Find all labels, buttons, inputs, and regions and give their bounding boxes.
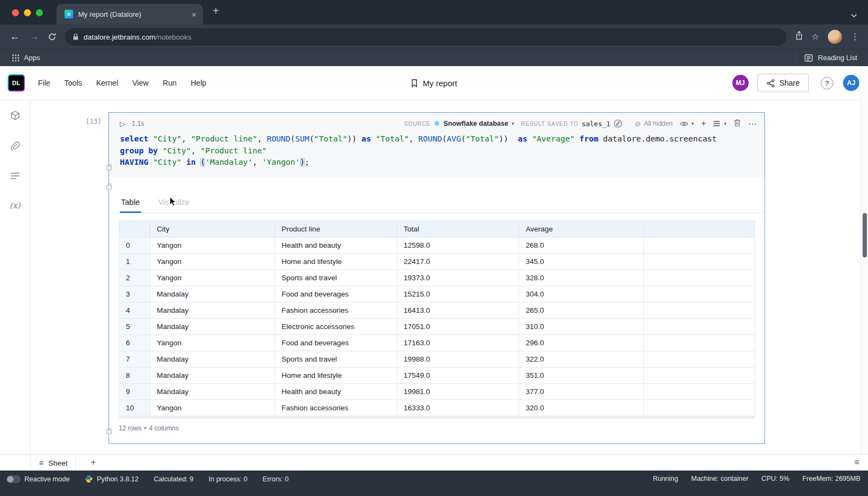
table-cell: 17051.0 — [397, 318, 519, 334]
table-row: 7MandalaySports and travel19988.0322.0 — [119, 351, 755, 367]
status-left: Reactive mode Python 3.8.12 Calculated: … — [7, 475, 289, 483]
table-cell: Mandalay — [150, 302, 275, 318]
menu-view[interactable]: View — [132, 79, 149, 87]
collaborator-avatar-mj[interactable]: MJ — [732, 75, 749, 91]
user-avatar-aj[interactable]: AJ — [843, 75, 859, 91]
sidebar-environment-icon[interactable] — [10, 110, 21, 123]
reading-list-icon — [805, 54, 813, 62]
share-button[interactable]: Share — [757, 74, 809, 92]
add-sheet-button[interactable]: + — [91, 457, 96, 468]
more-options-icon[interactable]: ⋯ — [748, 119, 757, 129]
url-path: /notebooks — [156, 33, 192, 41]
datalore-browser-window: D My report (Datalore) × + ← → datalore.… — [0, 0, 868, 496]
result-link-icon[interactable] — [614, 119, 622, 128]
notebook-title-text: My report — [423, 79, 457, 88]
table-cell: 1 — [119, 253, 150, 269]
sidebar-variables-icon[interactable]: (x) — [9, 201, 20, 210]
zoom-window-button[interactable] — [36, 9, 43, 16]
minimize-window-button[interactable] — [24, 9, 31, 16]
browser-nav-bar: ← → datalore.jetbrains.com/notebooks ☆ ⋮ — [0, 24, 868, 49]
table-cell: 310.0 — [519, 318, 644, 334]
table-horizontal-scrollbar[interactable] — [119, 416, 755, 419]
app-menu-bar: File Tools Kernel View Run Help — [38, 79, 206, 87]
share-page-icon[interactable] — [795, 31, 803, 42]
code-line[interactable]: group by "City", "Product line" — [120, 145, 759, 157]
tab-close-icon[interactable]: × — [192, 10, 196, 18]
toggle-icon[interactable] — [7, 475, 21, 483]
layers-icon — [713, 120, 720, 127]
kernel-selector[interactable]: Python 3.8.12 — [85, 475, 138, 483]
table-cell-empty — [644, 237, 755, 253]
browser-tab[interactable]: D My report (Datalore) × — [56, 4, 203, 24]
reading-list-button[interactable]: Reading List — [795, 54, 857, 62]
mouse-cursor — [168, 196, 177, 208]
visibility-dropdown[interactable]: ▾ — [680, 121, 694, 127]
url-bar[interactable]: datalore.jetbrains.com/notebooks — [65, 28, 787, 46]
table-row: 2YangonSports and travel19373.0328.0 — [119, 269, 755, 286]
code-line[interactable]: HAVING "City" in ('Mandalay', 'Yangon'); — [120, 157, 759, 169]
browser-menu-icon[interactable]: ⋮ — [851, 31, 859, 42]
back-button[interactable]: ← — [10, 31, 20, 42]
table-cell: Yangon — [150, 269, 275, 286]
table-cell: Mandalay — [150, 367, 275, 383]
browser-profile-avatar[interactable] — [828, 30, 842, 44]
apps-button[interactable]: Apps — [12, 54, 40, 62]
add-cell-icon[interactable]: + — [701, 119, 706, 128]
table-cell-empty — [644, 400, 755, 416]
tab-table[interactable]: Table — [120, 191, 141, 213]
delete-cell-icon[interactable] — [733, 119, 741, 129]
sidebar-attachments-icon[interactable] — [10, 141, 20, 154]
table-cell: 2 — [119, 269, 150, 286]
run-cell-icon[interactable]: ▷ — [120, 120, 125, 128]
reactive-mode-toggle[interactable]: Reactive mode — [7, 475, 69, 483]
python-icon — [85, 475, 93, 483]
cpu-status: CPU: 5% — [762, 475, 789, 482]
scrollbar-thumb[interactable] — [863, 213, 867, 257]
table-cell: 268.0 — [519, 237, 644, 253]
sheet-hamburger-icon: ≡ — [39, 459, 43, 467]
table-cell: Food and beverages — [275, 334, 397, 351]
status-right: Running Machine: container CPU: 5% FreeM… — [653, 475, 860, 482]
page-scrollbar[interactable] — [860, 66, 868, 454]
close-window-button[interactable] — [12, 9, 19, 16]
datalore-favicon-icon: D — [65, 10, 73, 18]
sheet-tab[interactable]: ≡ Sheet — [30, 455, 76, 471]
cell-boundary-lock-icon[interactable] — [106, 185, 112, 190]
eye-off-icon: ⊘ — [635, 120, 641, 128]
datalore-logo[interactable]: DL — [8, 74, 25, 92]
menu-kernel[interactable]: Kernel — [96, 79, 118, 87]
source-value: Snowflake database — [443, 120, 508, 127]
table-cell: 351.0 — [519, 367, 644, 383]
bookmark-star-icon[interactable]: ☆ — [812, 31, 819, 42]
cell-boundary-lock-icon[interactable] — [106, 165, 112, 170]
url-host: datalore.jetbrains.com — [84, 33, 156, 41]
table-cell: 15215.0 — [397, 286, 519, 302]
menu-file[interactable]: File — [38, 79, 50, 87]
visibility-status[interactable]: ⊘ All hidden — [635, 120, 673, 128]
snowflake-icon: ❄ — [434, 119, 441, 128]
cell-type-dropdown[interactable]: ▾ — [713, 120, 726, 127]
help-button[interactable]: ? — [821, 77, 833, 89]
table-cell: 7 — [119, 351, 150, 367]
source-selector[interactable]: SOURCE ❄ Snowflake database ▾ — [404, 119, 514, 128]
sidebar-toc-icon[interactable] — [10, 172, 20, 183]
table-cell: 12598.0 — [397, 237, 519, 253]
sql-code[interactable]: select "City", "Product line", ROUND(SUM… — [109, 131, 764, 169]
all-hidden-label: All hidden — [644, 120, 673, 127]
new-tab-button[interactable]: + — [213, 5, 219, 17]
code-line[interactable]: select "City", "Product line", ROUND(SUM… — [120, 133, 759, 145]
menu-help[interactable]: Help — [191, 79, 207, 87]
table-cell: 8 — [119, 367, 150, 383]
calculated-count: Calculated: 9 — [154, 475, 194, 483]
reload-button[interactable] — [48, 33, 56, 41]
menu-run[interactable]: Run — [163, 79, 177, 87]
table-cell-empty — [644, 334, 755, 351]
result-value[interactable]: sales_1 — [582, 120, 610, 128]
table-cell: Mandalay — [150, 318, 275, 334]
table-cell: 16413.0 — [397, 302, 519, 318]
cell-boundary-lock-icon[interactable] — [106, 429, 112, 434]
tab-search-chevron-icon[interactable] — [851, 10, 857, 20]
forward-button[interactable]: → — [29, 31, 39, 42]
menu-tools[interactable]: Tools — [65, 79, 82, 87]
sheet-list-menu-icon[interactable]: ≡ — [854, 458, 859, 467]
